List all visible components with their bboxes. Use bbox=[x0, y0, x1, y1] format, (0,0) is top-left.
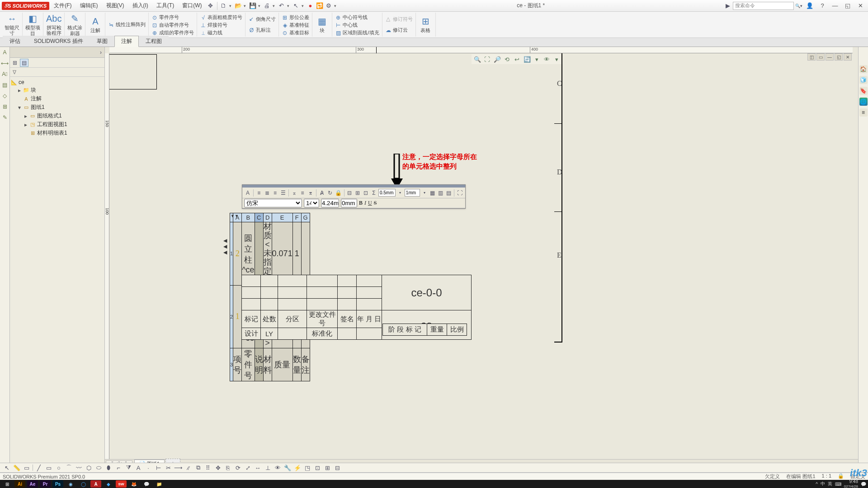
rec-icon[interactable]: ● bbox=[307, 2, 315, 10]
row-header-2[interactable]: 2 bbox=[230, 285, 233, 348]
cell-3g[interactable]: 备注 bbox=[301, 348, 310, 381]
rebuild-icon[interactable]: 🔁 bbox=[316, 2, 324, 10]
row-header-1[interactable]: 1 bbox=[230, 222, 233, 286]
view-icon[interactable]: 👁 bbox=[543, 55, 551, 63]
tab-sketch[interactable]: 草图 bbox=[90, 36, 114, 47]
tb-ai-icon[interactable]: Ai bbox=[14, 480, 25, 488]
cell-2a[interactable]: 1 bbox=[233, 285, 242, 348]
bt-extend-icon[interactable]: ⟶ bbox=[174, 464, 182, 472]
opt-dd[interactable]: ▾ bbox=[334, 4, 338, 8]
menu-window[interactable]: 窗口(W) bbox=[179, 0, 205, 11]
rb-area-hatch[interactable]: ▨区域剖面线/填充 bbox=[334, 29, 380, 37]
undo-icon[interactable]: ↶ bbox=[278, 2, 286, 10]
rb-chamfer-dim[interactable]: ↙倒角尺寸 bbox=[247, 15, 277, 23]
bt-stretch-icon[interactable]: ↔ bbox=[254, 464, 262, 472]
panel-collapse[interactable]: › bbox=[10, 47, 104, 58]
menu-view[interactable]: 视图(V) bbox=[103, 0, 128, 11]
bt-circle-icon[interactable]: ○ bbox=[55, 464, 63, 472]
col-header-b[interactable]: B bbox=[242, 213, 255, 222]
tblk2-stage[interactable]: 阶 段 标 记 bbox=[383, 324, 427, 336]
select-dd[interactable]: ▾ bbox=[301, 4, 306, 8]
valign-mid-icon[interactable]: ≡ bbox=[299, 189, 306, 197]
rb-weld-symbol[interactable]: ⊥焊接符号 bbox=[199, 21, 243, 29]
tblk-code[interactable]: ce-0-0 bbox=[382, 275, 472, 310]
rb-centerline[interactable]: ⊢中心线 bbox=[334, 21, 380, 29]
bt-spline-icon[interactable]: 〰 bbox=[75, 464, 83, 472]
align-right-icon[interactable]: ≡ bbox=[272, 189, 279, 197]
tree-blocks[interactable]: ▸📁块 bbox=[11, 86, 104, 94]
cell-3a[interactable]: 项号 bbox=[233, 348, 242, 381]
child-min-icon[interactable]: — bbox=[826, 53, 834, 61]
tree-bom[interactable]: ⊞材料明细表1 bbox=[11, 129, 104, 137]
tb-ps-icon[interactable]: Ps bbox=[52, 480, 63, 488]
tb-sw-icon[interactable]: SW bbox=[116, 480, 127, 488]
grid3-icon[interactable]: ▤ bbox=[445, 189, 453, 197]
menu-edit[interactable]: 编辑(E) bbox=[76, 0, 102, 11]
bt-point-icon[interactable]: · bbox=[144, 464, 152, 472]
grid2-icon[interactable]: ▥ bbox=[437, 189, 444, 197]
bt-arc-icon[interactable]: ⌒ bbox=[65, 464, 73, 472]
search-command-input[interactable]: 搜索命令 bbox=[733, 2, 794, 10]
tb-note-icon[interactable]: A bbox=[244, 189, 251, 197]
child-max-icon[interactable]: ◱ bbox=[835, 53, 843, 61]
rail-tbl-icon[interactable]: ⊞ bbox=[1, 103, 9, 110]
merge-icon[interactable]: ⊟ bbox=[346, 189, 353, 197]
tblk-date[interactable]: 年 月 日 bbox=[357, 310, 382, 328]
thin-input[interactable] bbox=[405, 189, 420, 197]
rr-home-icon[interactable]: 🏠 bbox=[859, 65, 868, 73]
cell-3e[interactable]: 质量 bbox=[272, 348, 292, 381]
tab-evaluate[interactable]: 评估 bbox=[3, 36, 27, 47]
tb-edge-icon[interactable]: ◯ bbox=[78, 480, 89, 488]
tblk-mark[interactable]: 标记 bbox=[242, 310, 261, 328]
bt-line-icon[interactable]: ╱ bbox=[35, 464, 43, 472]
rail-layer-icon[interactable]: ▤ bbox=[1, 81, 9, 89]
tb-pr-icon[interactable]: Pr bbox=[40, 480, 51, 488]
save-icon[interactable]: 💾 bbox=[249, 2, 257, 10]
bt-ellipse-icon[interactable]: ⬮ bbox=[104, 464, 113, 472]
print-dd[interactable]: ▾ bbox=[272, 4, 277, 8]
cell-1a[interactable]: 2 bbox=[233, 222, 242, 286]
bt-rect-icon[interactable]: ▭ bbox=[45, 464, 53, 472]
rb-datum[interactable]: ◈基准特征 bbox=[281, 21, 310, 29]
col-header-e[interactable]: E bbox=[272, 213, 292, 222]
status-lock-icon[interactable]: 🔒 bbox=[838, 473, 844, 480]
align-center-icon[interactable]: ≣ bbox=[264, 189, 271, 197]
menu-insert[interactable]: 插入(I) bbox=[129, 0, 152, 11]
valign-top-icon[interactable]: ⌅ bbox=[291, 189, 298, 197]
rotate-icon2[interactable]: ↻ bbox=[326, 189, 334, 197]
bt-fillet-icon[interactable]: ⌐ bbox=[114, 464, 123, 472]
bt-centerline-icon[interactable]: ⊢ bbox=[154, 464, 162, 472]
strike-icon[interactable]: S bbox=[374, 200, 377, 206]
bt-chamfer-icon[interactable]: ⧩ bbox=[124, 464, 132, 472]
detach-icon[interactable]: ⛶ bbox=[456, 189, 463, 197]
tray-ime1[interactable]: 中 bbox=[821, 481, 825, 487]
scene-icon[interactable]: ▾ bbox=[533, 55, 541, 63]
tb-ae-icon[interactable]: Ae bbox=[27, 480, 38, 488]
tb-app3-icon[interactable]: ◆ bbox=[103, 480, 114, 488]
rb-datum-target[interactable]: ⊙基准目标 bbox=[281, 29, 310, 37]
tb-acad-icon[interactable]: A bbox=[90, 480, 101, 488]
new-dd[interactable]: ▾ bbox=[229, 4, 233, 8]
rb-tables[interactable]: ⊞表格 bbox=[416, 13, 436, 37]
italic-icon[interactable]: I bbox=[364, 200, 366, 206]
tree-root[interactable]: 📐ce bbox=[11, 79, 104, 86]
font-select[interactable]: 仿宋 bbox=[244, 199, 302, 207]
rr-world-icon[interactable]: 🌐 bbox=[859, 98, 868, 106]
user-icon[interactable]: 👤 bbox=[804, 1, 816, 10]
thick-input[interactable] bbox=[378, 189, 396, 197]
thin-dd[interactable]: ▾ bbox=[421, 189, 428, 197]
pin-icon[interactable]: ✥ bbox=[207, 2, 215, 10]
rb-format-painter[interactable]: ✎格式涂刷器 bbox=[65, 13, 85, 37]
tblk-empty3[interactable] bbox=[357, 328, 382, 340]
bt-slot-icon[interactable]: ⬭ bbox=[94, 464, 103, 472]
align-just-icon[interactable]: ☰ bbox=[279, 189, 287, 197]
fm-tab-prop-icon[interactable]: ▤ bbox=[20, 59, 28, 67]
maximize-icon[interactable]: ◱ bbox=[842, 1, 854, 10]
section-icon[interactable]: ↩ bbox=[513, 55, 521, 63]
tb-start-icon[interactable]: ⊞ bbox=[2, 480, 13, 488]
rail-sym-icon[interactable]: ◇ bbox=[1, 92, 9, 99]
rail-text-icon[interactable]: Aͦ bbox=[1, 70, 9, 78]
open-dd[interactable]: ▾ bbox=[243, 4, 248, 8]
child-close-icon[interactable]: ✕ bbox=[844, 53, 852, 61]
bt-move-icon[interactable]: ✥ bbox=[214, 464, 222, 472]
